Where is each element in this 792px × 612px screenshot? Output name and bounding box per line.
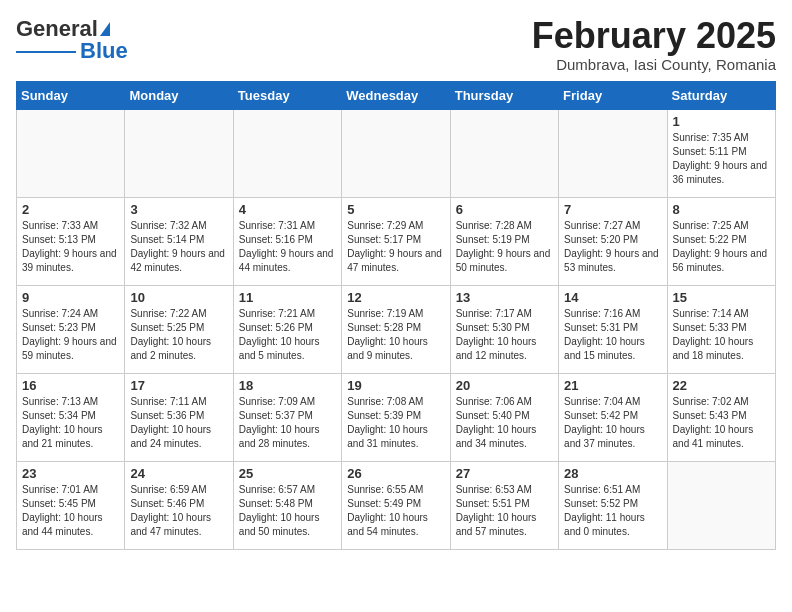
weekday-header-row: SundayMondayTuesdayWednesdayThursdayFrid… <box>17 81 776 109</box>
day-number: 14 <box>564 290 661 305</box>
day-number: 18 <box>239 378 336 393</box>
day-number: 16 <box>22 378 119 393</box>
day-number: 7 <box>564 202 661 217</box>
day-number: 15 <box>673 290 770 305</box>
day-info: Sunrise: 7:29 AM Sunset: 5:17 PM Dayligh… <box>347 219 444 275</box>
day-info: Sunrise: 7:02 AM Sunset: 5:43 PM Dayligh… <box>673 395 770 451</box>
title-area: February 2025 Dumbrava, Iasi County, Rom… <box>532 16 776 73</box>
day-cell: 15Sunrise: 7:14 AM Sunset: 5:33 PM Dayli… <box>667 285 775 373</box>
day-number: 13 <box>456 290 553 305</box>
day-cell: 7Sunrise: 7:27 AM Sunset: 5:20 PM Daylig… <box>559 197 667 285</box>
day-cell: 3Sunrise: 7:32 AM Sunset: 5:14 PM Daylig… <box>125 197 233 285</box>
day-number: 20 <box>456 378 553 393</box>
day-cell: 22Sunrise: 7:02 AM Sunset: 5:43 PM Dayli… <box>667 373 775 461</box>
day-info: Sunrise: 6:51 AM Sunset: 5:52 PM Dayligh… <box>564 483 661 539</box>
day-cell: 4Sunrise: 7:31 AM Sunset: 5:16 PM Daylig… <box>233 197 341 285</box>
day-cell: 18Sunrise: 7:09 AM Sunset: 5:37 PM Dayli… <box>233 373 341 461</box>
weekday-header-sunday: Sunday <box>17 81 125 109</box>
day-cell: 14Sunrise: 7:16 AM Sunset: 5:31 PM Dayli… <box>559 285 667 373</box>
day-info: Sunrise: 7:22 AM Sunset: 5:25 PM Dayligh… <box>130 307 227 363</box>
day-cell: 10Sunrise: 7:22 AM Sunset: 5:25 PM Dayli… <box>125 285 233 373</box>
day-info: Sunrise: 7:27 AM Sunset: 5:20 PM Dayligh… <box>564 219 661 275</box>
day-info: Sunrise: 7:04 AM Sunset: 5:42 PM Dayligh… <box>564 395 661 451</box>
week-row-1: 1Sunrise: 7:35 AM Sunset: 5:11 PM Daylig… <box>17 109 776 197</box>
day-info: Sunrise: 6:55 AM Sunset: 5:49 PM Dayligh… <box>347 483 444 539</box>
week-row-4: 16Sunrise: 7:13 AM Sunset: 5:34 PM Dayli… <box>17 373 776 461</box>
day-cell: 8Sunrise: 7:25 AM Sunset: 5:22 PM Daylig… <box>667 197 775 285</box>
day-number: 25 <box>239 466 336 481</box>
week-row-2: 2Sunrise: 7:33 AM Sunset: 5:13 PM Daylig… <box>17 197 776 285</box>
day-cell: 9Sunrise: 7:24 AM Sunset: 5:23 PM Daylig… <box>17 285 125 373</box>
day-cell: 5Sunrise: 7:29 AM Sunset: 5:17 PM Daylig… <box>342 197 450 285</box>
day-number: 27 <box>456 466 553 481</box>
day-info: Sunrise: 7:19 AM Sunset: 5:28 PM Dayligh… <box>347 307 444 363</box>
day-number: 28 <box>564 466 661 481</box>
day-number: 2 <box>22 202 119 217</box>
weekday-header-friday: Friday <box>559 81 667 109</box>
calendar-table: SundayMondayTuesdayWednesdayThursdayFrid… <box>16 81 776 550</box>
day-cell: 23Sunrise: 7:01 AM Sunset: 5:45 PM Dayli… <box>17 461 125 549</box>
day-cell: 26Sunrise: 6:55 AM Sunset: 5:49 PM Dayli… <box>342 461 450 549</box>
logo-triangle-icon <box>100 22 110 36</box>
day-cell: 24Sunrise: 6:59 AM Sunset: 5:46 PM Dayli… <box>125 461 233 549</box>
day-cell: 20Sunrise: 7:06 AM Sunset: 5:40 PM Dayli… <box>450 373 558 461</box>
day-info: Sunrise: 7:24 AM Sunset: 5:23 PM Dayligh… <box>22 307 119 363</box>
day-number: 26 <box>347 466 444 481</box>
day-cell: 25Sunrise: 6:57 AM Sunset: 5:48 PM Dayli… <box>233 461 341 549</box>
day-info: Sunrise: 7:01 AM Sunset: 5:45 PM Dayligh… <box>22 483 119 539</box>
day-number: 23 <box>22 466 119 481</box>
day-cell <box>450 109 558 197</box>
day-cell: 19Sunrise: 7:08 AM Sunset: 5:39 PM Dayli… <box>342 373 450 461</box>
day-cell <box>342 109 450 197</box>
day-cell: 27Sunrise: 6:53 AM Sunset: 5:51 PM Dayli… <box>450 461 558 549</box>
weekday-header-tuesday: Tuesday <box>233 81 341 109</box>
day-number: 10 <box>130 290 227 305</box>
logo: General Blue <box>16 16 128 64</box>
day-number: 19 <box>347 378 444 393</box>
day-info: Sunrise: 7:13 AM Sunset: 5:34 PM Dayligh… <box>22 395 119 451</box>
day-cell: 28Sunrise: 6:51 AM Sunset: 5:52 PM Dayli… <box>559 461 667 549</box>
day-number: 24 <box>130 466 227 481</box>
day-info: Sunrise: 7:06 AM Sunset: 5:40 PM Dayligh… <box>456 395 553 451</box>
day-info: Sunrise: 7:21 AM Sunset: 5:26 PM Dayligh… <box>239 307 336 363</box>
day-cell: 12Sunrise: 7:19 AM Sunset: 5:28 PM Dayli… <box>342 285 450 373</box>
day-info: Sunrise: 7:17 AM Sunset: 5:30 PM Dayligh… <box>456 307 553 363</box>
location: Dumbrava, Iasi County, Romania <box>532 56 776 73</box>
day-info: Sunrise: 7:25 AM Sunset: 5:22 PM Dayligh… <box>673 219 770 275</box>
day-info: Sunrise: 7:16 AM Sunset: 5:31 PM Dayligh… <box>564 307 661 363</box>
page-header: General Blue February 2025 Dumbrava, Ias… <box>16 16 776 73</box>
weekday-header-saturday: Saturday <box>667 81 775 109</box>
day-info: Sunrise: 7:32 AM Sunset: 5:14 PM Dayligh… <box>130 219 227 275</box>
day-number: 22 <box>673 378 770 393</box>
day-cell: 2Sunrise: 7:33 AM Sunset: 5:13 PM Daylig… <box>17 197 125 285</box>
day-cell: 21Sunrise: 7:04 AM Sunset: 5:42 PM Dayli… <box>559 373 667 461</box>
weekday-header-wednesday: Wednesday <box>342 81 450 109</box>
day-cell <box>233 109 341 197</box>
weekday-header-monday: Monday <box>125 81 233 109</box>
day-number: 5 <box>347 202 444 217</box>
day-info: Sunrise: 7:08 AM Sunset: 5:39 PM Dayligh… <box>347 395 444 451</box>
day-cell: 1Sunrise: 7:35 AM Sunset: 5:11 PM Daylig… <box>667 109 775 197</box>
day-cell: 13Sunrise: 7:17 AM Sunset: 5:30 PM Dayli… <box>450 285 558 373</box>
day-number: 9 <box>22 290 119 305</box>
day-info: Sunrise: 6:57 AM Sunset: 5:48 PM Dayligh… <box>239 483 336 539</box>
day-cell <box>125 109 233 197</box>
day-info: Sunrise: 7:35 AM Sunset: 5:11 PM Dayligh… <box>673 131 770 187</box>
day-number: 3 <box>130 202 227 217</box>
day-number: 8 <box>673 202 770 217</box>
day-cell: 16Sunrise: 7:13 AM Sunset: 5:34 PM Dayli… <box>17 373 125 461</box>
day-cell <box>667 461 775 549</box>
day-info: Sunrise: 7:09 AM Sunset: 5:37 PM Dayligh… <box>239 395 336 451</box>
day-info: Sunrise: 6:59 AM Sunset: 5:46 PM Dayligh… <box>130 483 227 539</box>
month-title: February 2025 <box>532 16 776 56</box>
day-number: 4 <box>239 202 336 217</box>
day-info: Sunrise: 7:33 AM Sunset: 5:13 PM Dayligh… <box>22 219 119 275</box>
day-number: 6 <box>456 202 553 217</box>
day-number: 1 <box>673 114 770 129</box>
day-cell: 17Sunrise: 7:11 AM Sunset: 5:36 PM Dayli… <box>125 373 233 461</box>
logo-line <box>16 51 76 53</box>
day-info: Sunrise: 7:28 AM Sunset: 5:19 PM Dayligh… <box>456 219 553 275</box>
day-info: Sunrise: 7:11 AM Sunset: 5:36 PM Dayligh… <box>130 395 227 451</box>
week-row-3: 9Sunrise: 7:24 AM Sunset: 5:23 PM Daylig… <box>17 285 776 373</box>
day-cell <box>17 109 125 197</box>
